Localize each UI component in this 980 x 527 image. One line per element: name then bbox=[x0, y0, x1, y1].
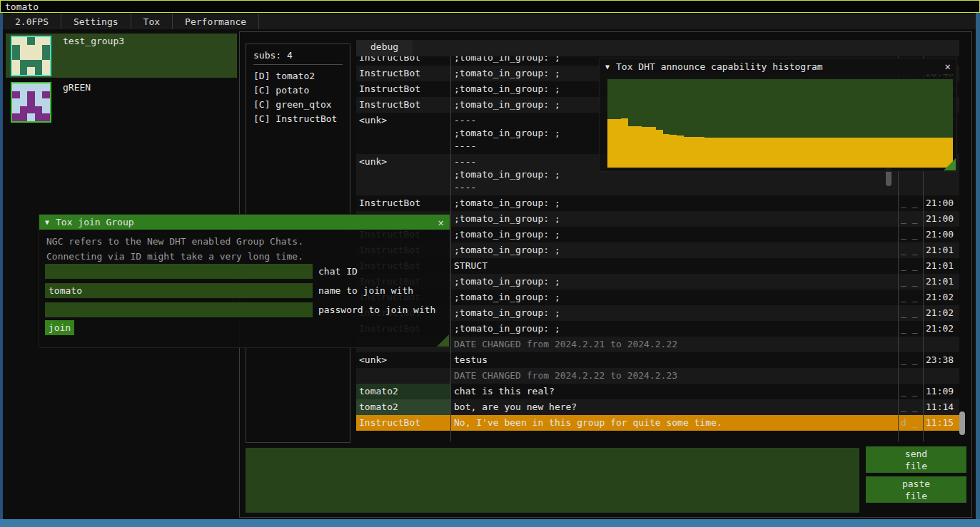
message-text: testus bbox=[450, 354, 898, 367]
send-file-button[interactable]: send file bbox=[866, 446, 966, 473]
subs-member[interactable]: [C] InstructBot bbox=[253, 112, 350, 126]
histogram-bar bbox=[718, 138, 725, 168]
chat-id-label: chat ID bbox=[318, 266, 358, 277]
histogram-plot bbox=[607, 79, 953, 168]
message-row[interactable]: InstructBot No, I've been in this group … bbox=[356, 415, 959, 431]
histogram-bar bbox=[849, 138, 857, 168]
resize-grip[interactable] bbox=[437, 334, 449, 347]
join-password-label: password to join with bbox=[318, 305, 435, 315]
histogram-bar bbox=[898, 138, 905, 168]
subs-member[interactable]: [C] potato bbox=[253, 83, 350, 98]
histogram-bar bbox=[808, 138, 815, 168]
menu-item-tox[interactable]: Tox bbox=[131, 14, 173, 29]
message-text: ;tomato_in_group: ; bbox=[450, 275, 898, 288]
subs-member[interactable]: [D] tomato2 bbox=[253, 69, 350, 83]
histogram-bar bbox=[628, 126, 635, 168]
message-timestamp: 11:15 bbox=[923, 416, 959, 429]
message-timestamp bbox=[923, 338, 959, 351]
histogram-bar bbox=[919, 138, 926, 168]
tab-debug[interactable]: debug bbox=[356, 40, 413, 56]
close-icon[interactable]: ✕ bbox=[945, 61, 951, 72]
histogram-bar bbox=[836, 138, 843, 168]
message-input[interactable] bbox=[246, 448, 859, 513]
message-text: ;tomato_in_group: ; bbox=[450, 228, 898, 241]
message-text: DATE CHANGED from 2024.2.22 to 2024.2.23 bbox=[450, 369, 898, 382]
histogram-window-title: Tox DHT announce capability histogram bbox=[616, 61, 939, 72]
message-row[interactable]: <unk> testus _ _ 23:38 bbox=[356, 352, 959, 368]
histogram-window-titlebar[interactable]: ▼ Tox DHT announce capability histogram … bbox=[600, 58, 956, 74]
subs-member[interactable]: [C] green_qtox bbox=[253, 98, 350, 112]
join-window-titlebar[interactable]: ▼ Tox join Group ✕ bbox=[39, 215, 450, 230]
message-row[interactable]: tomato2 chat is this real? _ _ 11:09 bbox=[356, 384, 959, 399]
message-flags: _ _ bbox=[898, 275, 923, 288]
histogram-bar bbox=[663, 134, 670, 168]
message-timestamp: 21:02 bbox=[923, 322, 959, 335]
join-window-title: Tox join Group bbox=[56, 217, 432, 227]
histogram-bar bbox=[829, 138, 836, 168]
message-flags bbox=[898, 369, 923, 382]
message-text: DATE CHANGED from 2024.2.21 to 2024.2.22 bbox=[450, 338, 898, 351]
group-item-gREEN[interactable]: gREEN bbox=[6, 80, 237, 123]
menu-item-performance[interactable]: Performance bbox=[173, 14, 259, 29]
message-text: ;tomato_in_group: ; bbox=[450, 213, 898, 225]
message-text: ;tomato_in_group: ; bbox=[450, 244, 898, 257]
histogram-bar bbox=[794, 138, 802, 168]
subs-count: subs: 4 bbox=[253, 50, 350, 61]
message-flags: _ _ bbox=[898, 197, 923, 210]
histogram-bar bbox=[822, 138, 829, 168]
resize-grip[interactable] bbox=[944, 158, 956, 170]
message-row[interactable]: tomato2 bot, are you new here? _ _ 11:14 bbox=[356, 399, 959, 415]
join-info-line: NGC refers to the New DHT enabled Group … bbox=[46, 234, 450, 249]
join-name-input[interactable] bbox=[45, 283, 313, 298]
message-timestamp: 21:02 bbox=[923, 291, 959, 304]
histogram-bar bbox=[670, 135, 677, 168]
subs-list: [D] tomato2 [C] potato [C] green_qtox [C… bbox=[253, 69, 350, 126]
scrollbar-thumb[interactable] bbox=[959, 411, 965, 435]
histogram-bar bbox=[877, 138, 884, 168]
histogram-bar bbox=[704, 138, 712, 168]
message-text: ;tomato_in_group: ; bbox=[450, 307, 898, 319]
collapse-arrow-icon[interactable]: ▼ bbox=[45, 218, 49, 226]
message-text: No, I've been in this group for quite so… bbox=[450, 416, 898, 429]
message-author: <unk> bbox=[356, 114, 450, 153]
message-text: STRUCT bbox=[450, 260, 898, 272]
join-password-input[interactable] bbox=[45, 302, 313, 317]
message-timestamp: 23:38 bbox=[923, 354, 959, 367]
chat-id-input[interactable] bbox=[45, 264, 313, 279]
join-name-label: name to join with bbox=[318, 285, 413, 296]
histogram-bar bbox=[635, 126, 642, 168]
collapse-arrow-icon[interactable]: ▼ bbox=[605, 63, 610, 71]
window-border-right bbox=[976, 13, 980, 519]
close-icon[interactable]: ✕ bbox=[438, 217, 444, 228]
histogram-bar bbox=[725, 138, 732, 168]
window-border-bottom bbox=[0, 519, 980, 527]
message-flags: _ _ bbox=[898, 307, 923, 319]
menu-item-settings[interactable]: Settings bbox=[61, 14, 131, 29]
message-timestamp: 21:01 bbox=[923, 244, 959, 257]
message-timestamp: 11:14 bbox=[923, 401, 959, 414]
message-timestamp: 11:09 bbox=[923, 385, 959, 398]
histogram-bar bbox=[677, 135, 684, 168]
histogram-bar bbox=[739, 138, 746, 168]
message-timestamp: 21:00 bbox=[923, 228, 959, 241]
join-info-line: Connecting via ID might take a very long… bbox=[46, 249, 450, 264]
histogram-bar bbox=[891, 138, 898, 168]
message-flags: _ _ bbox=[898, 244, 923, 257]
group-item-test_group3[interactable]: test_group3 bbox=[6, 34, 237, 78]
message-timestamp: 21:02 bbox=[923, 307, 959, 319]
message-flags: _ _ bbox=[898, 354, 923, 367]
message-row[interactable]: DATE CHANGED from 2024.2.22 to 2024.2.23 bbox=[356, 368, 959, 384]
message-flags: d _ bbox=[898, 416, 923, 429]
histogram-bar bbox=[780, 138, 787, 168]
histogram-bar bbox=[642, 127, 649, 168]
window-titlebar[interactable]: tomato bbox=[0, 0, 980, 13]
message-author: InstructBot bbox=[356, 98, 450, 111]
histogram-bar bbox=[842, 138, 849, 168]
group-name: gREEN bbox=[63, 82, 91, 123]
histogram-bar bbox=[801, 138, 808, 168]
window-title: tomato bbox=[5, 1, 39, 12]
message-row[interactable]: InstructBot ;tomato_in_group: ; _ _ 21:0… bbox=[356, 195, 959, 211]
join-button[interactable]: join bbox=[45, 320, 74, 335]
message-timestamp: 21:01 bbox=[923, 275, 959, 288]
paste-file-button[interactable]: paste file bbox=[866, 476, 966, 503]
